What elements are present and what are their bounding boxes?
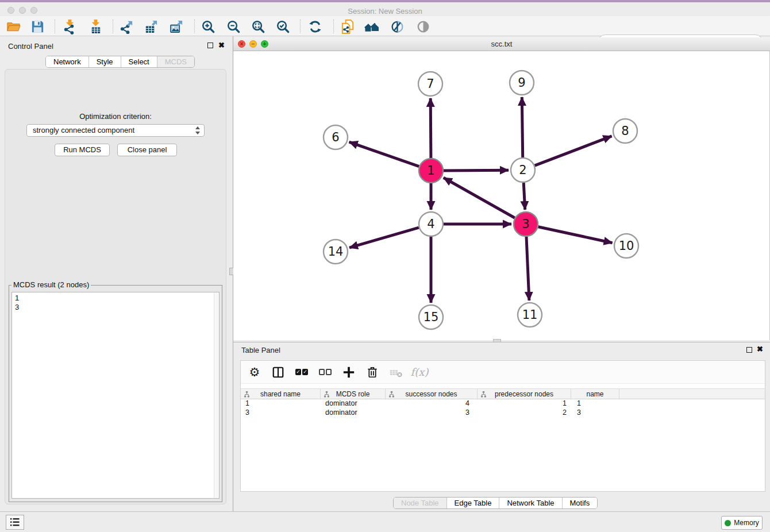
tab-style[interactable]: Style [88, 56, 121, 67]
export-table-icon[interactable] [143, 18, 160, 35]
edge-1-6[interactable] [349, 142, 419, 167]
table-cell[interactable]: dominator [321, 399, 386, 408]
zoom-selected-icon[interactable] [274, 18, 291, 35]
column-header-MCDS-role[interactable]: MCDS role [321, 389, 386, 399]
mcds-panel-body: Optimization criterion: strongly connect… [5, 69, 226, 504]
network-graph[interactable]: 7968124314101511 [233, 51, 770, 340]
float-panel-icon[interactable] [207, 43, 213, 48]
close-panel-button[interactable]: Close panel [117, 144, 177, 156]
table-float-icon[interactable] [746, 347, 752, 353]
table-cell[interactable]: 3 [571, 408, 619, 418]
graph-node-15[interactable]: 15 [419, 305, 443, 329]
graph-node-3[interactable]: 3 [514, 212, 538, 236]
delete-table-icon[interactable] [389, 365, 403, 379]
graph-node-14[interactable]: 14 [324, 240, 348, 264]
network-canvas[interactable]: 7968124314101511 [233, 51, 770, 340]
table-cell[interactable]: 4 [386, 399, 478, 408]
graph-node-4[interactable]: 4 [419, 212, 443, 236]
edge-2-3[interactable] [523, 183, 525, 210]
svg-text:11: 11 [522, 308, 538, 322]
import-network-icon[interactable] [61, 18, 78, 35]
column-header-predecessor-nodes[interactable]: predecessor nodes [478, 389, 571, 399]
svg-text:2: 2 [519, 163, 526, 177]
table-cell[interactable]: dominator [321, 408, 386, 418]
toolbar-separator [55, 20, 55, 33]
graph-node-8[interactable]: 8 [613, 119, 637, 143]
criterion-select[interactable]: strongly connected component [26, 124, 205, 137]
function-builder-icon[interactable]: f(x) [413, 365, 426, 379]
visual-styles-icon[interactable] [388, 18, 406, 35]
export-network-icon[interactable] [118, 18, 135, 35]
run-mcds-button[interactable]: Run MCDS [55, 144, 110, 156]
svg-text:8: 8 [621, 124, 629, 138]
edge-2-9[interactable] [522, 97, 522, 157]
table-row[interactable]: 1dominator411 [241, 399, 765, 408]
table-row[interactable]: 3dominator323 [241, 408, 765, 418]
graph-node-10[interactable]: 10 [614, 234, 638, 258]
tab-edge-table[interactable]: Edge Table [446, 498, 499, 508]
column-header-successor-nodes[interactable]: successor nodes [386, 389, 478, 399]
close-panel-icon[interactable]: ✖ [218, 42, 225, 49]
mcds-result-groupbox: MCDS result (2 nodes) 13 [9, 285, 222, 502]
mcds-result-list[interactable]: 13 [11, 292, 220, 499]
tab-node-table[interactable]: Node Table [394, 498, 446, 508]
hierarchy-icon [388, 391, 395, 398]
svg-text:1: 1 [427, 164, 434, 178]
edge-4-14[interactable] [349, 228, 419, 248]
column-header-name[interactable]: name [571, 389, 619, 399]
tab-mcds[interactable]: MCDS [157, 56, 194, 67]
tab-network[interactable]: Network [46, 56, 88, 67]
column-header-shared-name[interactable]: shared name [241, 389, 321, 399]
tab-select[interactable]: Select [121, 56, 157, 67]
deselect-all-checkboxes-icon[interactable] [318, 365, 332, 379]
split-columns-icon[interactable] [271, 365, 285, 379]
edge-3-11[interactable] [526, 237, 529, 300]
edge-3-10[interactable] [538, 227, 613, 243]
result-scrollbar[interactable] [214, 292, 219, 498]
table-settings-gear-icon[interactable]: ⚙ [248, 365, 261, 379]
select-all-checkboxes-icon[interactable]: ✓✓ [295, 365, 309, 379]
edge-3-1[interactable] [444, 178, 515, 218]
import-table-icon[interactable] [87, 18, 104, 35]
control-panel: Control Panel ✖ NetworkStyleSelectMCDS O… [0, 36, 231, 511]
table-cell[interactable]: 2 [478, 408, 571, 418]
delete-column-icon[interactable] [365, 365, 379, 379]
edge-1-2[interactable] [444, 170, 509, 171]
tab-network-table[interactable]: Network Table [499, 498, 561, 508]
table-panel-title: Table Panel [241, 346, 280, 354]
status-bar: Memory [0, 511, 770, 532]
table-close-icon[interactable]: ✖ [757, 346, 763, 353]
node-table[interactable]: shared nameMCDS rolesuccessor nodesprede… [241, 388, 765, 418]
table-cell[interactable]: 3 [241, 408, 321, 418]
table-cell[interactable]: 3 [386, 408, 478, 418]
table-cell[interactable]: 1 [478, 399, 571, 408]
task-history-button[interactable] [6, 515, 24, 530]
tab-motifs[interactable]: Motifs [562, 498, 598, 508]
zoom-out-icon[interactable] [225, 18, 242, 35]
graph-node-11[interactable]: 11 [518, 303, 542, 327]
table-cell[interactable]: 1 [241, 399, 321, 408]
contrast-eye-icon[interactable] [414, 18, 432, 35]
graph-node-7[interactable]: 7 [418, 72, 442, 96]
graph-node-6[interactable]: 6 [324, 125, 348, 149]
memory-button[interactable]: Memory [721, 516, 763, 530]
zoom-in-icon[interactable] [199, 18, 217, 35]
graph-node-2[interactable]: 2 [511, 158, 535, 182]
edge-2-8[interactable] [535, 136, 612, 165]
graph-node-1[interactable]: 1 [419, 159, 443, 183]
edge-1-7[interactable] [430, 98, 431, 158]
mcds-result-line: 3 [15, 303, 219, 312]
refresh-icon[interactable] [306, 18, 324, 35]
save-icon[interactable] [29, 18, 46, 35]
duplicate-network-icon[interactable] [339, 18, 356, 35]
application-window: Session: New Session [0, 0, 770, 532]
home-layout-icon[interactable] [363, 18, 380, 35]
network-window-titlebar[interactable]: × − + scc.txt [233, 37, 770, 51]
open-folder-icon[interactable] [5, 18, 22, 35]
graph-node-9[interactable]: 9 [510, 71, 534, 95]
zoom-fit-icon[interactable] [249, 18, 267, 35]
export-image-icon[interactable] [168, 18, 185, 35]
add-column-icon[interactable] [342, 365, 356, 379]
table-cell[interactable]: 1 [571, 399, 619, 408]
control-panel-tabs: NetworkStyleSelectMCDS [45, 56, 195, 68]
